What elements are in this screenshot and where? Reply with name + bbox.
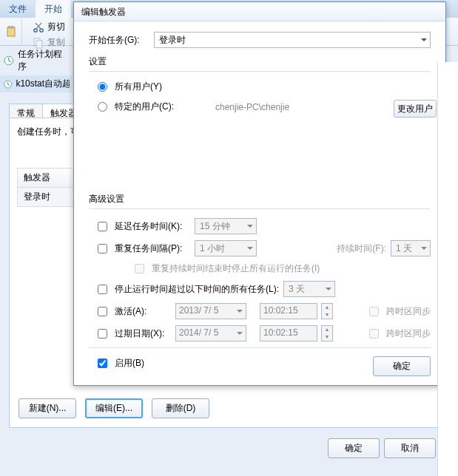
divider	[89, 347, 431, 348]
begin-task-label: 开始任务(G):	[89, 34, 148, 47]
delay-checkbox[interactable]	[98, 222, 107, 231]
time-spinner[interactable]: ▲▼	[321, 325, 333, 341]
ribbon-tab-file[interactable]: 文件	[0, 0, 36, 18]
repeat-combo[interactable]: 1 小时	[195, 240, 257, 256]
delay-combo[interactable]: 15 分钟	[195, 218, 257, 234]
clock-icon	[3, 78, 13, 90]
tz-sync-2-checkbox	[369, 329, 379, 339]
all-users-radio[interactable]	[98, 82, 107, 92]
new-button[interactable]: 新建(N)...	[18, 398, 76, 418]
svg-point-2	[34, 28, 37, 31]
nav-tree: 任务计划程序 k10stat自动超频	[0, 46, 73, 92]
svg-point-3	[40, 28, 43, 31]
right-sidebar	[437, 62, 458, 476]
tree-item-scheduler[interactable]: 任务计划程序	[0, 46, 73, 75]
enabled-checkbox[interactable]	[98, 358, 107, 368]
begin-task-value: 登录时	[159, 35, 186, 45]
main-ok-button[interactable]: 确定	[328, 438, 380, 458]
expire-label: 过期日期(X):	[115, 327, 171, 340]
expire-time[interactable]: 10:02:15	[260, 325, 317, 341]
expire-date[interactable]: 2014/ 7/ 5	[175, 325, 246, 341]
duration-label: 持续时间(F):	[337, 242, 386, 255]
user-value: chenjie-PC\chenjie	[215, 102, 289, 112]
expire-checkbox[interactable]	[98, 329, 107, 339]
scissors-icon	[33, 21, 44, 33]
tz-sync-label: 跨时区同步	[386, 327, 431, 340]
tree-item-k10stat[interactable]: k10stat自动超频	[0, 75, 73, 92]
delay-label: 延迟任务时间(K):	[115, 220, 190, 233]
activate-label: 激活(A):	[115, 305, 171, 318]
tree-label: 任务计划程序	[18, 48, 70, 73]
repeat-stop-checkbox	[135, 264, 144, 273]
time-spinner[interactable]: ▲▼	[321, 303, 333, 319]
tz-sync-label: 跨时区同步	[386, 305, 431, 318]
ribbon-cut-label: 剪切	[47, 21, 65, 33]
repeat-checkbox[interactable]	[98, 244, 107, 254]
settings-group-label: 设置	[89, 55, 431, 68]
repeat-stop-label: 重复持续时间结束时停止所有运行的任务(I)	[152, 262, 320, 275]
tz-sync-1-checkbox	[369, 307, 379, 316]
stop-after-label: 停止运行时间超过以下时间的所有任务(L):	[115, 283, 279, 296]
dialog-ok-button[interactable]: 确定	[373, 356, 431, 376]
svg-rect-1	[9, 26, 13, 28]
tree-label: k10stat自动超频	[16, 78, 70, 90]
change-user-button[interactable]: 更改用户	[394, 100, 437, 118]
activate-checkbox[interactable]	[98, 307, 107, 316]
all-users-label: 所有用户(Y)	[115, 81, 162, 93]
dialog-title: 编辑触发器	[74, 2, 445, 21]
edit-trigger-dialog: 编辑触发器 开始任务(G): 登录时 设置 所有用户(Y) 特定的用户(C): …	[73, 1, 446, 386]
stop-after-combo[interactable]: 3 天	[283, 281, 335, 297]
divider	[89, 208, 431, 209]
duration-combo[interactable]: 1 天	[391, 240, 431, 256]
stop-after-checkbox[interactable]	[98, 285, 107, 294]
specific-user-radio[interactable]	[98, 102, 107, 112]
svg-rect-0	[7, 27, 15, 36]
divider	[89, 71, 431, 72]
repeat-label: 重复任务间隔(P):	[115, 242, 190, 255]
activate-time[interactable]: 10:02:15	[260, 303, 317, 319]
clock-icon	[3, 55, 15, 67]
advanced-group-label: 高级设置	[89, 193, 431, 205]
begin-task-combo[interactable]: 登录时	[154, 32, 431, 48]
clipboard-icon	[5, 26, 17, 38]
ribbon-cut[interactable]: 剪切	[27, 19, 71, 35]
specific-user-label: 特定的用户(C):	[115, 101, 174, 113]
edit-button[interactable]: 编辑(E)...	[85, 398, 143, 418]
main-cancel-button[interactable]: 取消	[384, 438, 436, 458]
delete-button[interactable]: 删除(D)	[152, 398, 209, 418]
ribbon-tab-home[interactable]: 开始	[36, 0, 71, 18]
enabled-label: 启用(B)	[115, 357, 144, 370]
activate-date[interactable]: 2013/ 7/ 5	[175, 303, 246, 319]
